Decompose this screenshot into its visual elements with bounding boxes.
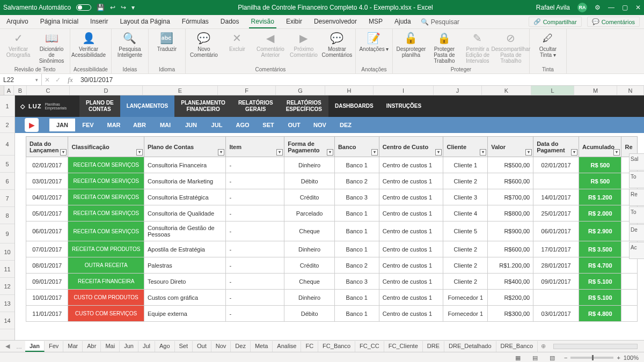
horizontal-scrollbar[interactable] — [553, 344, 638, 349]
filter-dropdown[interactable]: ▾ — [371, 149, 378, 156]
view-layout-icon[interactable]: ▤ — [530, 354, 540, 361]
tab-nav-more[interactable]: … — [13, 343, 25, 350]
col-header-L[interactable]: L — [531, 86, 574, 95]
month-tab-jan[interactable]: JAN — [49, 119, 75, 131]
worksheet-tab-dre_detalhado[interactable]: DRE_Detalhado — [444, 341, 496, 352]
row-header-9[interactable]: 9 — [0, 224, 14, 243]
filter-dropdown[interactable]: ▾ — [218, 149, 224, 156]
minimize-icon[interactable]: — — [608, 4, 614, 11]
table-header[interactable]: Banco▾ — [334, 137, 379, 157]
table-header[interactable]: Cliente▾ — [443, 137, 488, 157]
worksheet-tab-fc_cliente[interactable]: FC_Cliente — [384, 341, 423, 352]
nav-tab-lançamentos[interactable]: LANÇAMENTOS — [120, 95, 175, 117]
worksheet-tab-fev[interactable]: Fev — [45, 341, 63, 352]
worksheet-tab-meta[interactable]: Meta — [251, 341, 273, 352]
close-icon[interactable]: ✕ — [635, 4, 641, 11]
view-normal-icon[interactable]: ▦ — [513, 354, 523, 361]
name-box[interactable]: L22▾ — [0, 74, 42, 85]
cancel-fx-icon[interactable]: ✕ — [42, 76, 53, 84]
nav-tab-planejamento-financeiro[interactable]: PLANEJAMENTOFINANCEIRO — [174, 95, 232, 117]
filter-dropdown[interactable]: ▾ — [571, 149, 577, 156]
menu-tab-layout-da-página[interactable]: Layout da Página — [118, 16, 172, 28]
more-icon[interactable]: ▾ — [131, 4, 135, 11]
menu-tab-dados[interactable]: Dados — [218, 16, 241, 28]
tab-nav-next[interactable]: ⊕ — [538, 343, 549, 350]
autosave-toggle[interactable] — [76, 4, 91, 11]
ribbon-verificar-acessibilidade[interactable]: 👤Verificar Acessibilidade — [74, 31, 104, 58]
view-pagebreak-icon[interactable]: ▧ — [547, 354, 558, 361]
ribbon-ocultar-tinta-[interactable]: 🖊Ocultar Tinta ▾ — [533, 31, 563, 58]
col-header-F[interactable]: F — [218, 86, 276, 95]
table-header[interactable]: Plano de Contas▾ — [144, 137, 225, 157]
select-all-corner[interactable] — [0, 86, 4, 95]
fx-icon[interactable]: fx — [63, 76, 77, 84]
table-header[interactable]: Data do Pagament▾ — [533, 137, 579, 157]
zoom-slider[interactable] — [570, 357, 613, 359]
worksheet-tab-dre_banco[interactable]: DRE_Banco — [496, 341, 538, 352]
user-name[interactable]: Rafael Avila — [536, 4, 570, 11]
worksheet-tab-set[interactable]: Set — [175, 341, 193, 352]
filter-dropdown[interactable]: ▾ — [480, 149, 486, 156]
nav-tab-instruções[interactable]: INSTRUÇÕES — [380, 95, 428, 117]
ribbon-desproteger-planilha[interactable]: 🔓Desproteger planilha — [396, 31, 426, 58]
comments-button[interactable]: 💬Comentários — [587, 17, 640, 27]
ribbon-dicion-rio-de-sin-nimos[interactable]: 📖Dicionário de Sinônimos — [36, 31, 67, 64]
month-tab-nov[interactable]: NOV — [307, 119, 333, 131]
worksheet-tab-dre[interactable]: DRE — [423, 341, 444, 352]
ribbon-proteger-pasta-de-trabalho[interactable]: 🔒Proteger Pasta de Trabalho — [429, 31, 459, 64]
worksheet-tab-analise[interactable]: Analise — [273, 341, 301, 352]
col-header-H[interactable]: H — [325, 86, 374, 95]
menu-tab-exibir[interactable]: Exibir — [284, 16, 304, 28]
col-header-N[interactable]: N — [617, 86, 644, 95]
table-header[interactable]: Item▾ — [226, 137, 284, 157]
filter-dropdown[interactable]: ▾ — [136, 149, 143, 156]
menu-tab-fórmulas[interactable]: Fórmulas — [180, 16, 211, 28]
nav-tab-relatórios-específicos[interactable]: RELATÓRIOSESPECÍFICOS — [280, 95, 328, 117]
col-header-J[interactable]: J — [434, 86, 482, 95]
table-header[interactable]: Valor▾ — [488, 137, 533, 157]
table-row[interactable]: 08/01/2017OUTRA RECEITAPalestras-Crédito… — [26, 257, 638, 274]
worksheet-tab-mai[interactable]: Mai — [101, 341, 120, 352]
table-row[interactable]: 03/01/2017RECEITA COM SERVIÇOSConsultori… — [26, 173, 638, 189]
table-row[interactable]: 11/01/2017CUSTO COM SERVIÇOSEquipe exter… — [26, 306, 638, 322]
filter-dropdown[interactable]: ▾ — [276, 149, 283, 156]
enter-fx-icon[interactable]: ✓ — [53, 76, 63, 84]
nav-tab-relatórios-gerais[interactable]: RELATÓRIOSGERAIS — [232, 95, 280, 117]
table-row[interactable]: 07/01/2017RECEITA COM PRODUTOSApostila d… — [26, 241, 638, 257]
menu-tab-página-inicial[interactable]: Página Inicial — [38, 16, 80, 28]
filter-dropdown[interactable]: ▾ — [327, 149, 333, 156]
col-header-C[interactable]: C — [27, 86, 70, 95]
worksheet-tab-fc_banco[interactable]: FC_Banco — [318, 341, 355, 352]
row-header-12[interactable]: 12 — [0, 278, 14, 295]
maximize-icon[interactable]: ▢ — [622, 4, 628, 11]
menu-tab-msp[interactable]: MSP — [367, 16, 385, 28]
col-header-E[interactable]: E — [143, 86, 218, 95]
row-header-10[interactable]: 10 — [0, 243, 14, 261]
row-header-6[interactable]: 6 — [0, 173, 14, 190]
filter-dropdown[interactable]: ▾ — [525, 149, 532, 156]
row-header-4[interactable]: 4 — [0, 133, 14, 156]
row-header-11[interactable]: 11 — [0, 261, 14, 278]
col-header-A[interactable]: A — [4, 86, 14, 95]
col-header-G[interactable]: G — [276, 86, 325, 95]
col-header-D[interactable]: D — [70, 86, 143, 95]
month-tab-fev[interactable]: FEV — [75, 119, 101, 131]
month-tab-abr[interactable]: ABR — [127, 119, 152, 131]
worksheet-tab-fc[interactable]: FC — [301, 341, 318, 352]
nav-tab-dashboards[interactable]: DASHBOARDS — [328, 95, 380, 117]
filter-dropdown[interactable]: ▾ — [435, 149, 442, 156]
menu-tab-desenvolvedor[interactable]: Desenvolvedor — [312, 16, 359, 28]
worksheet-tab-abr[interactable]: Abr — [83, 341, 101, 352]
menu-tab-revisão[interactable]: Revisão — [249, 16, 276, 28]
redo-icon[interactable]: ↪ — [121, 4, 126, 11]
filter-dropdown[interactable]: ▾ — [60, 149, 67, 156]
worksheet-tab-jun[interactable]: Jun — [120, 341, 138, 352]
month-tab-jun[interactable]: JUN — [178, 119, 204, 131]
worksheet-tab-jul[interactable]: Jul — [138, 341, 155, 352]
worksheet-tab-nov[interactable]: Nov — [211, 341, 231, 352]
worksheet-tab-mar[interactable]: Mar — [63, 341, 83, 352]
month-tab-dez[interactable]: DEZ — [333, 119, 358, 131]
menu-tab-ajuda[interactable]: Ajuda — [392, 16, 413, 28]
worksheet-tab-fc_cc[interactable]: FC_CC — [355, 341, 384, 352]
month-tab-mai[interactable]: MAI — [152, 119, 178, 131]
